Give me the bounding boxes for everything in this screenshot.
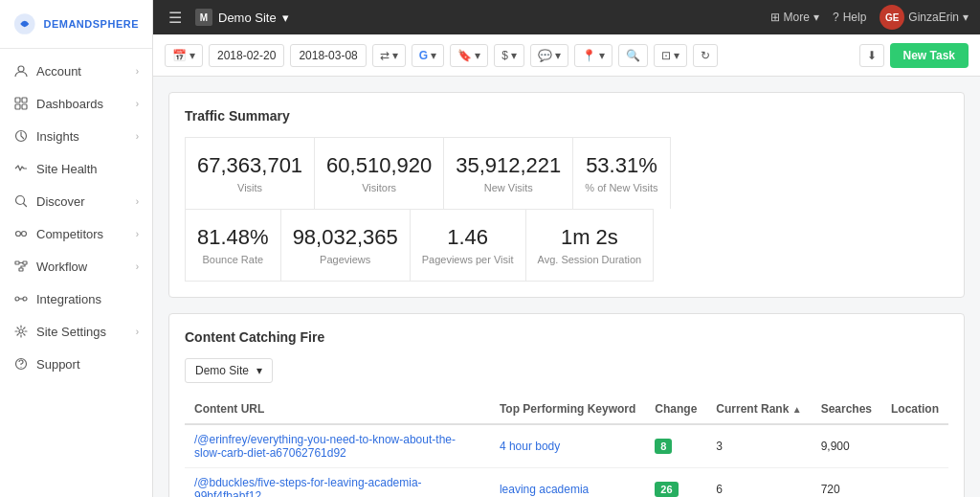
sidebar-item-site-health[interactable]: Site Health [0,152,152,185]
stat-pct-new-visits-value: 53.31% [585,153,657,178]
user-menu-button[interactable]: GE GinzaErin ▾ [880,5,969,30]
sidebar-item-label-dashboards: Dashboards [36,97,103,111]
cell-url: /@bduckles/five-steps-for-leaving-academ… [185,468,490,498]
cell-url: /@erinfrey/everything-you-need-to-know-a… [185,424,490,468]
menu-toggle-button[interactable]: ☰ [165,5,186,31]
date-to[interactable]: 2018-03-08 [290,44,366,67]
stat-visits-value: 67,363,701 [197,153,302,178]
stat-bounce-label: Bounce Rate [197,254,269,265]
col-change: Change [645,395,706,424]
stat-session-label: Avg. Session Duration [538,254,642,265]
compare-button[interactable]: ⇄ ▾ [372,44,406,67]
sidebar-item-discover[interactable]: Discover › [0,185,152,217]
keyword-link[interactable]: 4 hour body [500,440,560,453]
new-task-button[interactable]: New Task [890,43,969,68]
user-name: GinzaErin [908,11,959,24]
chevron-right-icon: › [136,229,139,239]
support-icon [13,356,29,372]
sidebar-item-workflow[interactable]: Workflow › [0,250,152,282]
dropdown-arrow: ▾ [475,49,480,62]
dashboards-icon [13,96,29,111]
integrations-icon [13,291,29,306]
svg-rect-12 [19,268,23,271]
cell-searches: 720 [812,468,881,498]
search-button[interactable]: 🔍 [618,44,648,67]
date-from[interactable]: 2018-02-20 [209,44,284,67]
user-dropdown-arrow: ▾ [963,11,969,24]
calendar-icon: 📅 [172,49,187,62]
stats-row-2: 81.48% Bounce Rate 98,032,365 Pageviews … [185,209,948,282]
dollar-button[interactable]: $ ▾ [494,44,524,67]
sidebar-item-competitors[interactable]: Competitors › [0,217,152,250]
display-button[interactable]: ⊡ ▾ [654,44,687,67]
chevron-right-icon: › [136,66,139,77]
download-button[interactable]: ⬇ [859,44,884,67]
site-name: Demo Site [218,11,277,25]
sidebar-item-dashboards[interactable]: Dashboards › [0,87,152,120]
col-keyword: Top Performing Keyword [490,395,645,424]
site-selector[interactable]: M Demo Site ▾ [195,9,289,26]
help-circle-icon: ? [833,11,839,24]
dropdown-arrow: ▾ [674,49,679,62]
bookmark-button[interactable]: 🔖 ▾ [450,44,488,67]
stat-visits: 67,363,701 Visits [185,137,315,209]
main-area: ☰ M Demo Site ▾ ⊞ More ▾ ? Help GE Ginza… [153,0,980,497]
traffic-summary-section: Traffic Summary 67,363,701 Visits 60,510… [168,92,965,298]
sidebar-logo[interactable]: DEMANDSPHERE [0,0,152,49]
svg-point-9 [22,232,27,237]
search-icon: 🔍 [626,49,640,62]
sidebar-item-site-settings[interactable]: Site Settings › [0,315,152,348]
bookmark-icon: 🔖 [457,49,472,62]
sidebar-item-label-discover: Discover [36,194,85,209]
user-avatar: GE [880,5,904,30]
dropdown-arrow: ▾ [599,49,605,62]
demandsphere-logo-icon [13,11,35,36]
sidebar-item-integrations[interactable]: Integrations [0,282,152,315]
cell-rank: 6 [706,468,811,498]
stats-grid: 67,363,701 Visits 60,510,920 Visitors 35… [185,137,948,282]
topbar: ☰ M Demo Site ▾ ⊞ More ▾ ? Help GE Ginza… [153,0,980,34]
comment-icon: 💬 [538,49,552,62]
sidebar-item-label-account: Account [36,64,81,79]
refresh-icon: ↻ [701,49,710,62]
site-dropdown[interactable]: Demo Site ▾ [185,358,273,383]
calendar-button[interactable]: 📅 ▾ [165,44,203,67]
site-dropdown-arrow: ▾ [282,11,289,25]
chevron-right-icon: › [136,261,139,272]
url-link[interactable]: /@erinfrey/everything-you-need-to-know-a… [194,433,456,460]
comment-button[interactable]: 💬 ▾ [530,44,568,67]
sidebar-item-label-insights: Insights [36,129,79,144]
keyword-link[interactable]: leaving academia [500,483,589,496]
help-button[interactable]: ? Help [833,11,866,24]
stat-session-value: 1m 2s [538,225,642,250]
download-icon: ⬇ [867,49,877,62]
content-catching-fire-title: Content Catching Fire [185,329,948,345]
change-badge: 8 [655,439,672,454]
site-health-icon [13,161,29,176]
col-rank: Current Rank ▲ [706,395,811,424]
stat-bounce: 81.48% Bounce Rate [185,209,281,282]
location-button[interactable]: 📍 ▾ [574,44,612,67]
display-icon: ⊡ [661,49,671,62]
sidebar-item-label-site-settings: Site Settings [36,325,106,339]
google-button[interactable]: G ▾ [412,44,444,67]
more-button[interactable]: ⊞ More ▾ [770,11,819,24]
sidebar-item-account[interactable]: Account › [0,55,152,87]
competitors-icon [13,226,29,241]
col-url: Content URL [185,395,490,424]
stat-pct-new-visits: 53.31% % of New Visits [573,137,670,209]
stat-new-visits: 35,912,221 New Visits [444,137,573,209]
cell-keyword: leaving academia [490,468,645,498]
sidebar-item-insights[interactable]: Insights › [0,120,152,152]
svg-point-13 [15,297,19,301]
url-link[interactable]: /@bduckles/five-steps-for-leaving-academ… [194,476,422,497]
cell-searches: 9,900 [812,424,881,468]
change-badge: 26 [655,482,678,497]
dropdown-arrow: ▾ [431,49,436,62]
refresh-button[interactable]: ↻ [693,44,718,67]
sidebar-item-support[interactable]: Support [0,348,152,380]
chevron-right-icon: › [136,327,139,337]
sidebar-nav: Account › Dashboards › Insights › [0,49,152,497]
cell-change: 8 [645,424,706,468]
discover-icon [13,193,29,209]
